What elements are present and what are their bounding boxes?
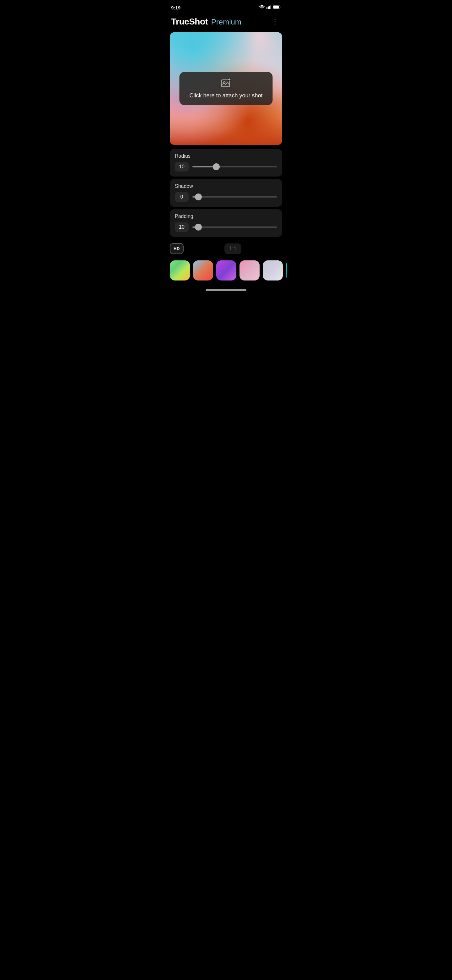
more-button[interactable]: ⋮ bbox=[269, 16, 281, 27]
controls-area: Radius 10 Shadow 0 Padding 10 bbox=[165, 145, 287, 240]
status-icons bbox=[259, 5, 281, 10]
svg-point-0 bbox=[262, 8, 262, 9]
shadow-slider[interactable] bbox=[192, 196, 277, 197]
hd-button[interactable]: HD bbox=[170, 243, 184, 254]
padding-value: 10 bbox=[175, 223, 189, 232]
status-time: 9:19 bbox=[171, 5, 181, 10]
radius-row: 10 bbox=[175, 162, 277, 172]
padding-panel: Padding 10 bbox=[170, 209, 282, 237]
swatch-4[interactable] bbox=[239, 260, 260, 280]
svg-rect-6 bbox=[273, 6, 279, 9]
radius-thumb[interactable] bbox=[213, 163, 220, 170]
attach-overlay[interactable]: Click here to attach your shot bbox=[179, 72, 273, 105]
shadow-value: 0 bbox=[175, 192, 189, 202]
shadow-label: Shadow bbox=[175, 183, 277, 189]
svg-rect-2 bbox=[268, 6, 269, 10]
shadow-row: 0 bbox=[175, 192, 277, 202]
home-indicator bbox=[206, 289, 246, 291]
radius-value: 10 bbox=[175, 162, 189, 172]
shadow-panel: Shadow 0 bbox=[170, 179, 282, 207]
signal-icon bbox=[266, 5, 271, 10]
svg-rect-4 bbox=[270, 5, 271, 9]
battery-icon bbox=[273, 5, 281, 10]
radius-slider[interactable] bbox=[192, 166, 277, 167]
svg-rect-3 bbox=[269, 6, 270, 9]
premium-label: Premium bbox=[211, 18, 241, 26]
app-header: TrueShot Premium ⋮ bbox=[165, 14, 287, 32]
swatch-2[interactable] bbox=[193, 260, 213, 280]
app-title-group: TrueShot Premium bbox=[171, 17, 241, 27]
padding-slider[interactable] bbox=[192, 226, 277, 228]
radius-label: Radius bbox=[175, 153, 277, 159]
attach-text: Click here to attach your shot bbox=[189, 92, 262, 99]
padding-row: 10 bbox=[175, 223, 277, 232]
svg-rect-1 bbox=[266, 7, 267, 9]
swatch-3[interactable] bbox=[216, 260, 236, 280]
shadow-thumb[interactable] bbox=[195, 194, 202, 200]
ratio-button[interactable]: 1:1 bbox=[224, 243, 241, 254]
padding-label: Padding bbox=[175, 213, 277, 219]
status-bar: 9:19 bbox=[165, 0, 287, 14]
swatch-1[interactable] bbox=[170, 260, 190, 280]
add-photo-icon bbox=[221, 78, 231, 89]
swatches-area bbox=[165, 258, 287, 287]
radius-panel: Radius 10 bbox=[170, 149, 282, 177]
bottom-toolbar: HD 1:1 bbox=[165, 240, 287, 258]
wifi-icon bbox=[259, 5, 265, 10]
swatch-6[interactable] bbox=[286, 260, 287, 280]
app-name: TrueShot bbox=[171, 17, 208, 26]
swatch-5[interactable] bbox=[263, 260, 283, 280]
padding-thumb[interactable] bbox=[195, 224, 202, 231]
image-preview-area[interactable]: Click here to attach your shot bbox=[170, 32, 282, 145]
